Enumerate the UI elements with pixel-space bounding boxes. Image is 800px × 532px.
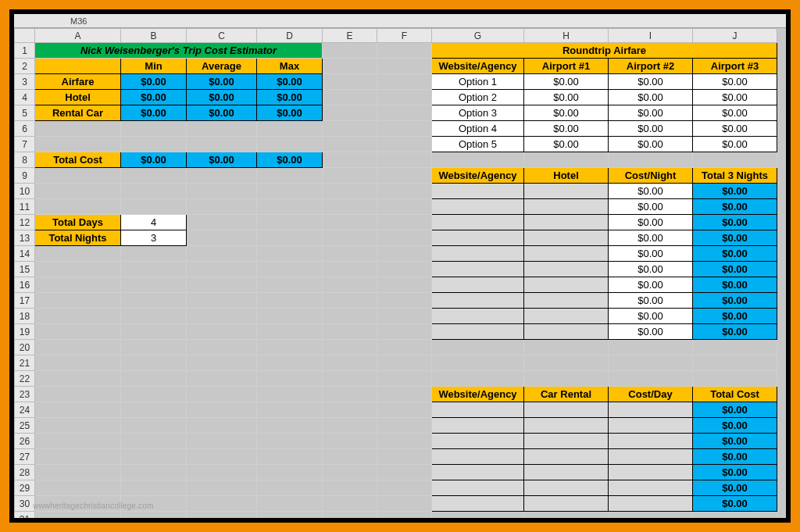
cell-G7[interactable]: Option 5: [432, 137, 524, 152]
cell-D15[interactable]: [257, 262, 323, 277]
cell-A28[interactable]: [35, 465, 121, 480]
cell-A31[interactable]: [35, 512, 121, 523]
cell-E6[interactable]: [323, 121, 377, 137]
cell-E16[interactable]: [323, 277, 377, 293]
rowhdr-23[interactable]: 23: [15, 387, 35, 402]
cell-I3[interactable]: $0.00: [609, 74, 693, 90]
cell-C10[interactable]: [187, 184, 257, 199]
cell-D27[interactable]: [257, 449, 323, 465]
cell-I29[interactable]: [609, 480, 693, 496]
cell-F30[interactable]: [377, 496, 432, 512]
cell-E13[interactable]: [323, 230, 377, 246]
cell-H2[interactable]: Airport #1: [524, 59, 609, 74]
cell-D9[interactable]: [257, 168, 323, 184]
cell-D10[interactable]: [257, 184, 323, 199]
cell-D3[interactable]: $0.00: [257, 74, 323, 90]
cell-E12[interactable]: [323, 215, 377, 230]
cell-I27[interactable]: [609, 449, 693, 465]
cell-B3[interactable]: $0.00: [121, 74, 187, 90]
cell-F23[interactable]: [377, 387, 432, 402]
rowhdr-14[interactable]: 14: [15, 246, 35, 262]
cell-H10[interactable]: [524, 184, 609, 199]
rowhdr-6[interactable]: 6: [15, 121, 35, 137]
cell-J3[interactable]: $0.00: [693, 74, 777, 90]
cell-C18[interactable]: [187, 309, 257, 324]
cell-C25[interactable]: [187, 418, 257, 434]
cell-E27[interactable]: [323, 449, 377, 465]
cell-G21[interactable]: [432, 355, 524, 371]
cell-C15[interactable]: [187, 262, 257, 277]
cell-B6[interactable]: [121, 121, 187, 137]
cell-H23[interactable]: Car Rental: [524, 387, 609, 402]
cell-J11[interactable]: $0.00: [693, 199, 777, 215]
cell-G9[interactable]: Website/Agency: [432, 168, 524, 184]
cell-H24[interactable]: [524, 402, 609, 418]
cell-F26[interactable]: [377, 434, 432, 449]
cell-E5[interactable]: [323, 105, 377, 121]
cell-D12[interactable]: [257, 215, 323, 230]
cell-B2[interactable]: Min: [121, 59, 187, 74]
cell-G3[interactable]: Option 1: [432, 74, 524, 90]
cell-J26[interactable]: $0.00: [693, 434, 777, 449]
cell-C16[interactable]: [187, 277, 257, 293]
cell-B19[interactable]: [121, 324, 187, 340]
cell-F25[interactable]: [377, 418, 432, 434]
cell-D24[interactable]: [257, 402, 323, 418]
cell-D17[interactable]: [257, 293, 323, 309]
cell-C4[interactable]: $0.00: [187, 90, 257, 105]
rowhdr-29[interactable]: 29: [15, 480, 35, 496]
cell-E21[interactable]: [323, 355, 377, 371]
cell-I2[interactable]: Airport #2: [609, 59, 693, 74]
cell-D23[interactable]: [257, 387, 323, 402]
cell-E9[interactable]: [323, 168, 377, 184]
cell-H18[interactable]: [524, 309, 609, 324]
cell-F10[interactable]: [377, 184, 432, 199]
cell-J19[interactable]: $0.00: [693, 324, 777, 340]
cell-G22[interactable]: [432, 371, 524, 387]
cell-J24[interactable]: $0.00: [693, 402, 777, 418]
cell-I11[interactable]: $0.00: [609, 199, 693, 215]
cell-D30[interactable]: [257, 496, 323, 512]
colhdr-A[interactable]: A: [35, 29, 121, 43]
cell-A19[interactable]: [35, 324, 121, 340]
cell-F27[interactable]: [377, 449, 432, 465]
cell-C9[interactable]: [187, 168, 257, 184]
cell-H13[interactable]: [524, 230, 609, 246]
cell-C29[interactable]: [187, 480, 257, 496]
rowhdr-7[interactable]: 7: [15, 137, 35, 152]
cell-D25[interactable]: [257, 418, 323, 434]
cell-D2[interactable]: Max: [257, 59, 323, 74]
cell-C22[interactable]: [187, 371, 257, 387]
cell-B31[interactable]: [121, 512, 187, 523]
cell-B27[interactable]: [121, 449, 187, 465]
cell-J7[interactable]: $0.00: [693, 137, 777, 152]
cell-C8[interactable]: $0.00: [187, 152, 257, 168]
rowhdr-25[interactable]: 25: [15, 418, 35, 434]
cell-J22[interactable]: [693, 371, 777, 387]
cell-D31[interactable]: [257, 512, 323, 523]
cell-C28[interactable]: [187, 465, 257, 480]
cell-G11[interactable]: [432, 199, 524, 215]
cell-J18[interactable]: $0.00: [693, 309, 777, 324]
cell-J9[interactable]: Total 3 Nights: [693, 168, 777, 184]
cell-A20[interactable]: [35, 340, 121, 355]
cell-J23[interactable]: Total Cost: [693, 387, 777, 402]
cell-D4[interactable]: $0.00: [257, 90, 323, 105]
cell-B13[interactable]: 3: [121, 230, 187, 246]
cell-J14[interactable]: $0.00: [693, 246, 777, 262]
cell-B10[interactable]: [121, 184, 187, 199]
cell-F7[interactable]: [377, 137, 432, 152]
cell-J2[interactable]: Airport #3: [693, 59, 777, 74]
cell-F21[interactable]: [377, 355, 432, 371]
cell-B23[interactable]: [121, 387, 187, 402]
cell-E18[interactable]: [323, 309, 377, 324]
cell-E20[interactable]: [323, 340, 377, 355]
cell-J27[interactable]: $0.00: [693, 449, 777, 465]
cell-E31[interactable]: [323, 512, 377, 523]
cell-I15[interactable]: $0.00: [609, 262, 693, 277]
cell-D21[interactable]: [257, 355, 323, 371]
cell-H25[interactable]: [524, 418, 609, 434]
rowhdr-13[interactable]: 13: [15, 230, 35, 246]
cell-J5[interactable]: $0.00: [693, 105, 777, 121]
cell-J31[interactable]: [693, 512, 777, 523]
